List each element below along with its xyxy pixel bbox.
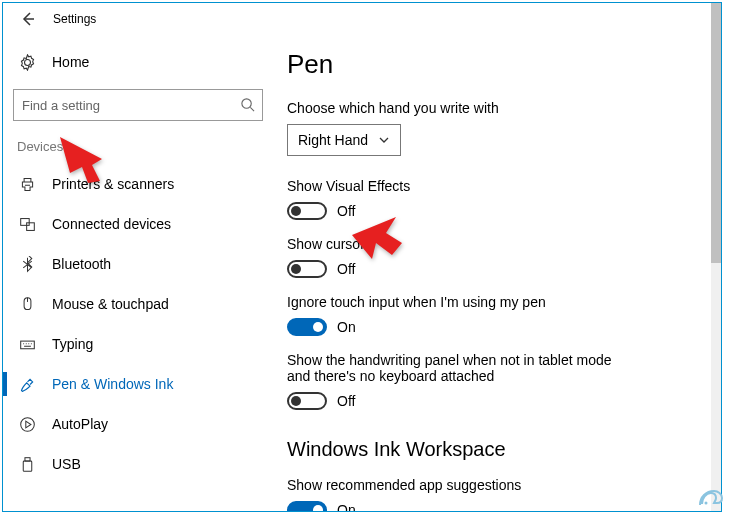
svg-point-5 bbox=[21, 417, 35, 431]
svg-point-8 bbox=[705, 502, 708, 505]
ignore-touch-state: On bbox=[337, 319, 356, 335]
keyboard-icon bbox=[19, 336, 36, 353]
handwriting-label: Show the handwriting panel when not in t… bbox=[287, 352, 627, 384]
workspace-heading: Windows Ink Workspace bbox=[287, 438, 697, 461]
settings-window: Settings Home Devices Printers & scanner… bbox=[2, 2, 722, 512]
sidebar-item-autoplay[interactable]: AutoPlay bbox=[13, 404, 263, 444]
window-title: Settings bbox=[53, 12, 96, 26]
sidebar-home-label: Home bbox=[52, 54, 89, 70]
sidebar-item-printers[interactable]: Printers & scanners bbox=[13, 164, 263, 204]
cursor-state: Off bbox=[337, 261, 355, 277]
mouse-icon bbox=[19, 296, 36, 313]
handwriting-setting: Show the handwriting panel when not in t… bbox=[287, 352, 697, 410]
cursor-setting: Show cursor Off bbox=[287, 236, 697, 278]
gear-icon bbox=[19, 54, 36, 71]
scrollbar[interactable] bbox=[711, 3, 721, 511]
nav-label: Pen & Windows Ink bbox=[52, 376, 173, 392]
handwriting-state: Off bbox=[337, 393, 355, 409]
autoplay-icon bbox=[19, 416, 36, 433]
cursor-toggle[interactable] bbox=[287, 260, 327, 278]
chevron-down-icon bbox=[378, 134, 390, 146]
connected-icon bbox=[19, 216, 36, 233]
nav-label: Mouse & touchpad bbox=[52, 296, 169, 312]
sidebar-item-connected[interactable]: Connected devices bbox=[13, 204, 263, 244]
nav-label: AutoPlay bbox=[52, 416, 108, 432]
bluetooth-icon bbox=[19, 256, 36, 273]
pen-icon bbox=[19, 376, 36, 393]
printer-icon bbox=[19, 176, 36, 193]
cursor-label: Show cursor bbox=[287, 236, 697, 252]
svg-rect-1 bbox=[21, 218, 30, 225]
hand-label: Choose which hand you write with bbox=[287, 100, 697, 116]
sidebar-item-bluetooth[interactable]: Bluetooth bbox=[13, 244, 263, 284]
sidebar-item-usb[interactable]: USB bbox=[13, 444, 263, 484]
body: Home Devices Printers & scanners Connect… bbox=[3, 35, 721, 511]
content-pane: Pen Choose which hand you write with Rig… bbox=[273, 35, 721, 511]
handwriting-toggle[interactable] bbox=[287, 392, 327, 410]
search-input[interactable] bbox=[13, 89, 263, 121]
sidebar-item-pen[interactable]: Pen & Windows Ink bbox=[13, 364, 263, 404]
back-arrow-icon bbox=[20, 11, 36, 27]
watermark-icon bbox=[694, 477, 728, 515]
sidebar-item-typing[interactable]: Typing bbox=[13, 324, 263, 364]
svg-rect-6 bbox=[25, 457, 30, 460]
visual-effects-state: Off bbox=[337, 203, 355, 219]
sidebar-category: Devices bbox=[17, 139, 263, 154]
sidebar: Home Devices Printers & scanners Connect… bbox=[3, 35, 273, 511]
hand-value: Right Hand bbox=[298, 132, 368, 148]
scroll-thumb[interactable] bbox=[711, 3, 721, 263]
svg-rect-7 bbox=[23, 461, 32, 471]
sidebar-item-mouse[interactable]: Mouse & touchpad bbox=[13, 284, 263, 324]
visual-effects-toggle[interactable] bbox=[287, 202, 327, 220]
visual-effects-label: Show Visual Effects bbox=[287, 178, 697, 194]
svg-point-0 bbox=[242, 99, 251, 108]
nav-label: Connected devices bbox=[52, 216, 171, 232]
hand-dropdown[interactable]: Right Hand bbox=[287, 124, 401, 156]
suggestions-label: Show recommended app suggestions bbox=[287, 477, 697, 493]
suggestions-setting: Show recommended app suggestions On bbox=[287, 477, 697, 511]
ignore-touch-label: Ignore touch input when I'm using my pen bbox=[287, 294, 697, 310]
sidebar-home[interactable]: Home bbox=[13, 43, 263, 81]
nav-label: Typing bbox=[52, 336, 93, 352]
titlebar: Settings bbox=[3, 3, 721, 35]
nav-label: Printers & scanners bbox=[52, 176, 174, 192]
visual-effects-setting: Show Visual Effects Off bbox=[287, 178, 697, 220]
back-button[interactable] bbox=[11, 5, 45, 33]
svg-rect-4 bbox=[21, 341, 35, 349]
nav-label: Bluetooth bbox=[52, 256, 111, 272]
search-box[interactable] bbox=[13, 89, 263, 121]
usb-icon bbox=[19, 456, 36, 473]
page-heading: Pen bbox=[287, 49, 697, 80]
suggestions-state: On bbox=[337, 502, 356, 511]
search-icon bbox=[240, 97, 255, 112]
ignore-touch-setting: Ignore touch input when I'm using my pen… bbox=[287, 294, 697, 336]
ignore-touch-toggle[interactable] bbox=[287, 318, 327, 336]
nav-label: USB bbox=[52, 456, 81, 472]
suggestions-toggle[interactable] bbox=[287, 501, 327, 511]
svg-rect-2 bbox=[27, 222, 35, 230]
